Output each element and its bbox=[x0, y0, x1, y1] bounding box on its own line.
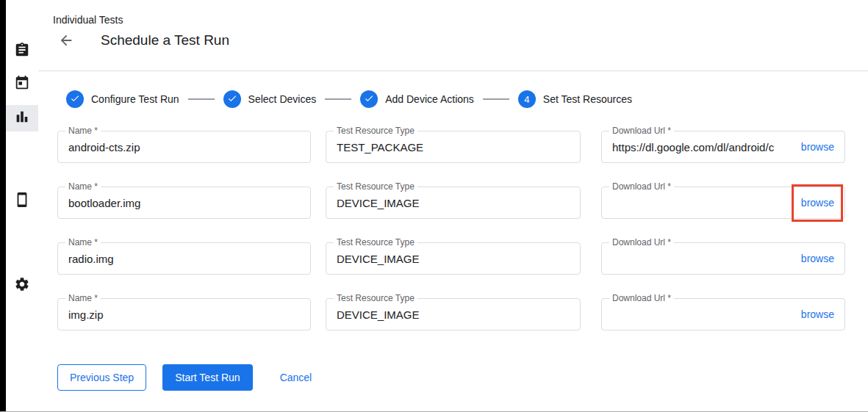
download-url-field[interactable]: Download Url * browse bbox=[601, 298, 845, 330]
download-url-input[interactable] bbox=[612, 141, 794, 153]
download-url-label: Download Url * bbox=[609, 126, 674, 136]
name-field[interactable]: Name * bbox=[57, 187, 311, 219]
step-number-circle: 4 bbox=[518, 90, 536, 108]
assignment-icon bbox=[14, 42, 30, 61]
resource-type-label: Test Resource Type bbox=[334, 126, 417, 136]
start-test-run-button[interactable]: Start Test Run bbox=[162, 364, 252, 391]
name-field-label: Name * bbox=[65, 181, 101, 192]
browse-button[interactable]: browse bbox=[801, 253, 834, 264]
smartphone-icon bbox=[14, 192, 30, 211]
step-label: Select Devices bbox=[248, 93, 317, 105]
calendar-icon bbox=[14, 75, 30, 94]
name-field-label: Name * bbox=[65, 126, 101, 136]
resource-type-value: DEVICE_IMAGE bbox=[337, 197, 420, 209]
resource-row: Name * Test Resource Type DEVICE_IMAGE D… bbox=[57, 298, 868, 330]
download-url-field[interactable]: Download Url * browse bbox=[601, 131, 845, 163]
sidebar-item-settings[interactable] bbox=[6, 272, 38, 299]
action-bar: Previous Step Start Test Run Cancel bbox=[57, 364, 868, 391]
check-icon bbox=[227, 93, 237, 106]
resource-row: Name * Test Resource Type DEVICE_IMAGE D… bbox=[57, 242, 868, 275]
resource-type-label: Test Resource Type bbox=[334, 293, 417, 303]
check-icon bbox=[364, 93, 374, 106]
bar-chart-icon bbox=[14, 109, 30, 128]
download-url-label: Download Url * bbox=[609, 293, 674, 303]
browse-button[interactable]: browse bbox=[801, 197, 834, 209]
step-select-devices[interactable]: Select Devices bbox=[223, 90, 317, 108]
resource-type-field[interactable]: Test Resource Type DEVICE_IMAGE bbox=[326, 298, 581, 330]
breadcrumb: Individual Tests bbox=[53, 14, 123, 26]
download-url-label: Download Url * bbox=[609, 237, 674, 247]
sidebar-item-devices[interactable] bbox=[6, 188, 38, 214]
main-area: Individual Tests Schedule a Test Run Con… bbox=[38, 0, 868, 411]
name-field[interactable]: Name * bbox=[57, 242, 311, 275]
resource-type-label: Test Resource Type bbox=[334, 181, 417, 192]
download-url-input[interactable] bbox=[612, 308, 794, 321]
name-input[interactable] bbox=[68, 197, 300, 209]
step-complete-circle bbox=[66, 90, 84, 108]
resource-type-value: DEVICE_IMAGE bbox=[337, 308, 420, 321]
name-input[interactable] bbox=[68, 308, 300, 321]
previous-step-button[interactable]: Previous Step bbox=[57, 364, 146, 391]
resource-type-label: Test Resource Type bbox=[334, 237, 417, 247]
arrow-back-icon bbox=[58, 40, 74, 51]
resource-type-value: DEVICE_IMAGE bbox=[337, 253, 420, 265]
step-label: Configure Test Run bbox=[91, 93, 179, 105]
content: Configure Test Run Select Devices Add De… bbox=[38, 90, 868, 391]
resource-type-field[interactable]: Test Resource Type TEST_PACKAGE bbox=[326, 131, 581, 163]
step-set-test-resources[interactable]: 4 Set Test Resources bbox=[518, 90, 632, 108]
step-complete-circle bbox=[360, 90, 378, 108]
download-url-input[interactable] bbox=[612, 197, 794, 209]
step-configure-test-run[interactable]: Configure Test Run bbox=[66, 90, 179, 108]
sidebar-item-tests[interactable] bbox=[6, 38, 38, 65]
resource-row: Name * Test Resource Type DEVICE_IMAGE D… bbox=[57, 187, 868, 219]
page-header: Individual Tests Schedule a Test Run bbox=[38, 0, 868, 71]
stepper: Configure Test Run Select Devices Add De… bbox=[66, 90, 868, 108]
sidebar bbox=[6, 0, 38, 411]
gear-icon bbox=[14, 276, 30, 295]
name-field-label: Name * bbox=[65, 293, 101, 303]
step-connector bbox=[188, 98, 215, 100]
name-field[interactable]: Name * bbox=[57, 131, 311, 163]
resource-type-field[interactable]: Test Resource Type DEVICE_IMAGE bbox=[326, 242, 581, 275]
download-url-label: Download Url * bbox=[609, 181, 674, 192]
step-add-device-actions[interactable]: Add Device Actions bbox=[360, 90, 474, 108]
check-icon bbox=[70, 93, 80, 106]
step-label: Add Device Actions bbox=[385, 93, 474, 105]
step-label: Set Test Resources bbox=[543, 93, 632, 105]
cancel-button[interactable]: Cancel bbox=[280, 364, 312, 391]
back-button[interactable] bbox=[57, 32, 75, 50]
page-title: Schedule a Test Run bbox=[101, 32, 229, 48]
resource-type-value: TEST_PACKAGE bbox=[337, 141, 423, 153]
step-complete-circle bbox=[223, 90, 241, 108]
name-field[interactable]: Name * bbox=[57, 298, 311, 330]
resource-row: Name * Test Resource Type TEST_PACKAGE D… bbox=[57, 131, 868, 163]
window-edge bbox=[0, 0, 6, 411]
browse-button[interactable]: browse bbox=[801, 308, 834, 320]
download-url-input[interactable] bbox=[612, 253, 794, 265]
step-connector bbox=[325, 98, 351, 100]
browse-button[interactable]: browse bbox=[801, 141, 834, 153]
step-connector bbox=[483, 98, 509, 100]
download-url-field[interactable]: Download Url * browse bbox=[601, 242, 845, 275]
name-input[interactable] bbox=[68, 141, 300, 153]
sidebar-item-test-results[interactable] bbox=[6, 105, 38, 131]
download-url-field[interactable]: Download Url * browse bbox=[601, 187, 845, 219]
sidebar-item-test-plans[interactable] bbox=[6, 71, 38, 98]
app-window: Individual Tests Schedule a Test Run Con… bbox=[0, 0, 868, 412]
name-input[interactable] bbox=[68, 253, 300, 265]
resource-type-field[interactable]: Test Resource Type DEVICE_IMAGE bbox=[326, 187, 581, 219]
name-field-label: Name * bbox=[65, 237, 101, 247]
